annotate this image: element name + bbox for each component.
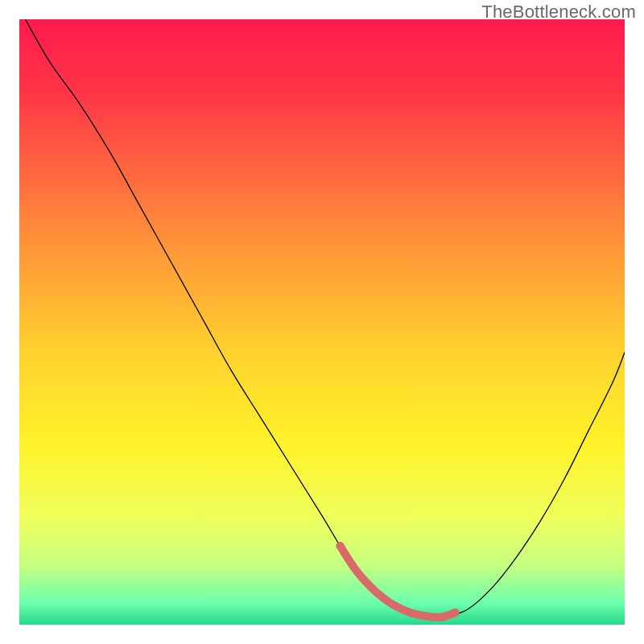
plot-area [19, 19, 625, 625]
gradient-background [19, 19, 625, 625]
chart-svg [19, 19, 625, 625]
highlight-endcap [336, 542, 345, 550]
highlight-endcap [451, 609, 459, 617]
watermark-text: TheBottleneck.com [481, 2, 636, 23]
chart-container: TheBottleneck.com [0, 0, 644, 644]
